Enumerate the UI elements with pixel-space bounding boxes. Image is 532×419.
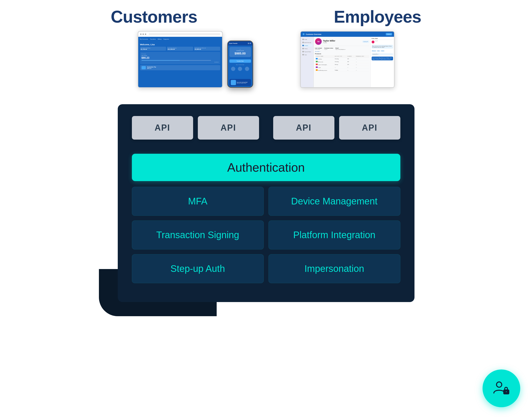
products-icon <box>302 45 304 46</box>
tasks-icon <box>302 54 304 55</box>
sidebar-label-payment: Payment Status <box>305 51 311 52</box>
audit-icon <box>302 42 304 43</box>
table-row: All accounts Checking 400 — <box>315 60 369 63</box>
authentication-bar: Authentication <box>132 154 400 181</box>
sidebar-item-tasks[interactable]: Tasks <box>302 53 312 56</box>
mock-welcome-text: Welcome, Lisa <box>140 43 220 46</box>
mobile-amount-display: To Checking account $985.00 <box>229 47 251 57</box>
emp-customer-name: Taylor Miller <box>323 39 361 42</box>
remaining-1: — <box>355 58 369 60</box>
sidebar-item-payment[interactable]: Payment Status <box>302 51 312 53</box>
contextual-filter: Contextual Filter ▼ <box>372 53 393 55</box>
user-lock-icon <box>492 379 511 398</box>
products-heading: Products <box>315 53 369 54</box>
savings-banner: Lisa, start saving today! Tap for your s… <box>229 79 251 86</box>
feature-platform-integration: Platform Integration <box>269 221 400 249</box>
product-name-3: Taylor's Checking Ac... <box>315 63 334 66</box>
feature-grid: MFA Device Management Transaction Signin… <box>132 187 400 283</box>
mock-dot-3 <box>145 33 146 35</box>
nav-item-billing: Billing <box>158 39 161 40</box>
feature-mfa: MFA <box>132 187 264 216</box>
mock-nav-bar: My Accounts Transfers Billing Supports <box>138 37 222 41</box>
sidebar-item-profile[interactable]: Profile <box>302 38 312 40</box>
mobile-move-label: Move Transfer Split <box>228 64 252 65</box>
product-name-5: Debit/Ending account <box>315 69 334 72</box>
feature-impersonation: Impersonation <box>269 254 400 283</box>
show-more-link[interactable]: Show More → <box>315 51 369 52</box>
api-box-2: API <box>198 116 259 140</box>
main-container: Customers Employees My Accounts Transfer… <box>0 0 532 419</box>
mock-browser-header <box>138 32 222 37</box>
api-row: API API API API <box>132 116 400 140</box>
account-type-2: Checking <box>334 60 347 63</box>
remaining-5: — <box>355 69 369 72</box>
emp-action-buttons: Look up ▼ <box>362 40 369 43</box>
table-row: Crypto — — — <box>315 66 369 69</box>
nav-item-accounts: My Accounts <box>140 39 148 40</box>
employee-mockup: Customer Overview Actions Profile Audit … <box>300 31 395 88</box>
feature-step-up-auth: Step-up Auth <box>132 254 264 283</box>
account-type-1: Checking <box>334 58 347 60</box>
sidebar-label-audit: Audit & Security <box>305 42 311 43</box>
emp-chat-panel: Live chat Taylor M. Hey, can't you see m… <box>371 37 394 87</box>
sidebar-item-policies[interactable]: Policies <box>302 47 312 50</box>
emp-customer-header: TM Taylor Miller Tinyfish Look up ▼ <box>315 38 369 46</box>
balance-label: Left to Spend <box>142 55 219 56</box>
table-row: Taylor's Checking Ac... Savings 200 — <box>315 63 369 66</box>
mock-dot-2 <box>142 33 144 35</box>
account-type-4: — <box>334 66 347 69</box>
nav-item-transfers: Transfers <box>150 39 156 40</box>
mock-body: Welcome, Lisa Lisa Carter's Checking $1,… <box>138 41 222 72</box>
payment-icon <box>302 51 304 52</box>
sidebar-label-profile: Profile <box>305 39 307 40</box>
smart-actions: Block card Check Transfer <box>372 50 393 52</box>
sidebar-item-audit[interactable]: Audit & Security <box>302 41 312 44</box>
emp-main-content: TM Taylor Miller Tinyfish Look up ▼ <box>314 37 371 87</box>
element-5: — <box>347 69 355 72</box>
mobile-bottom-icons <box>228 66 252 72</box>
remaining-3: — <box>355 63 369 66</box>
policies-icon <box>302 48 304 49</box>
mock-dot-1 <box>140 33 142 35</box>
emp-action-button[interactable]: Actions <box>386 33 392 35</box>
sidebar-item-products[interactable]: Products <box>302 44 312 47</box>
sidebar-label-products: Products <box>305 45 308 46</box>
mobile-amount: $985.00 <box>231 52 249 55</box>
savings-icon <box>142 66 146 69</box>
emp-header-dot <box>303 33 305 35</box>
platform-background: API API API API Authentication MFA Devic… <box>118 104 414 302</box>
element-1: 200 <box>347 58 355 60</box>
employees-heading: Employees <box>334 7 421 26</box>
chat-message-1: Hey, can't you see me card purchases, if… <box>372 45 393 49</box>
emp-meta-row: Last contact 3 work days Customer since … <box>315 47 369 50</box>
mobile-icon-3 <box>245 67 249 71</box>
mobile-account-label: Checking account <box>231 50 249 51</box>
svg-point-0 <box>496 382 502 387</box>
col-product-name: PRODUCT NAME <box>315 55 334 58</box>
emp-chat-header: Live chat <box>372 38 393 40</box>
feature-transaction-signing: Transaction Signing <box>132 221 264 249</box>
screenshots-row: My Accounts Transfers Billing Supports W… <box>0 31 532 88</box>
api-group-employees: API API <box>273 116 400 140</box>
api-box-3: API <box>273 116 334 140</box>
product-name-2: All accounts <box>315 60 334 63</box>
emp-avatar: TM <box>315 38 322 45</box>
api-box-1: API <box>132 116 193 140</box>
element-4: — <box>347 66 355 69</box>
emp-products-table: PRODUCT NAME ACCOUNT TYPE ELEMENT REMAIN… <box>315 55 369 72</box>
mobile-title: Quick Transfer <box>229 43 238 44</box>
table-row: Debit/Ending account PayApp — — <box>315 69 369 72</box>
balance-amount: $90.23 <box>142 56 219 59</box>
savings-banner-text: Lisa, start saving today! Tap for your s… <box>237 82 248 84</box>
lookup-btn[interactable]: Look up ▼ <box>362 40 369 43</box>
customer-mobile-mockup: Quick Transfer To Checking account $985.… <box>227 40 253 88</box>
bottom-icon-container <box>483 369 520 407</box>
savings-text: Amsterdam Trip $985.00 <box>147 66 156 69</box>
customer-screenshot-group: My Accounts Transfers Billing Supports W… <box>138 31 253 88</box>
col-account-type: ACCOUNT TYPE <box>334 55 347 58</box>
mobile-send-button[interactable]: Transfer Now <box>229 59 251 63</box>
api-group-customers: API API <box>132 116 259 140</box>
emp-sidebar: Profile Audit & Security Products P <box>301 37 314 87</box>
employee-screenshot-group: Customer Overview Actions Profile Audit … <box>300 31 395 88</box>
account-type-5: PayApp <box>334 69 347 72</box>
